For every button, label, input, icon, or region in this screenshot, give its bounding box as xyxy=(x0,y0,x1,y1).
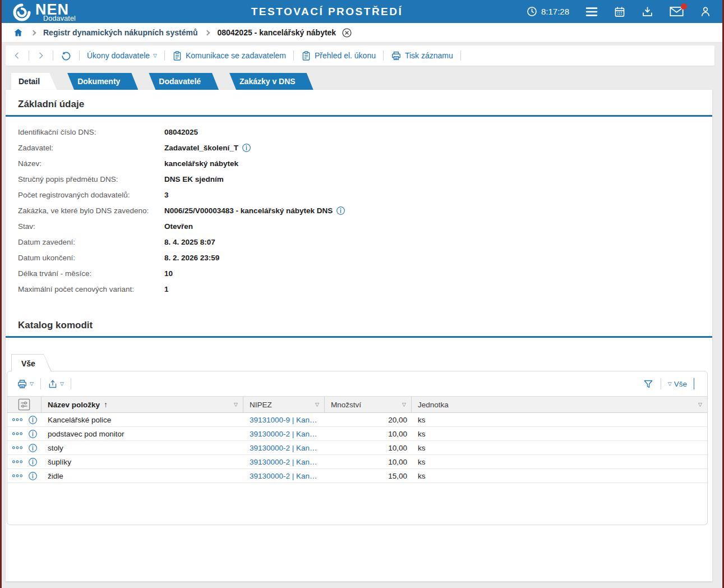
toolbar-divider xyxy=(29,50,29,61)
column-filter-icon[interactable]: ▽ xyxy=(698,402,702,407)
downloads-button[interactable] xyxy=(642,6,653,17)
grid-print-button[interactable]: ▽ xyxy=(15,378,35,391)
refresh-button[interactable] xyxy=(58,49,74,62)
printer-icon xyxy=(391,50,402,61)
column-header-nipez[interactable]: NIPEZ ▽ xyxy=(243,397,325,412)
table-body: Kancelářské police 39131000-9 | Kancel..… xyxy=(7,413,707,483)
field-label: Datum zavedení: xyxy=(18,238,164,246)
info-icon[interactable] xyxy=(28,429,38,439)
field-label: Maximální počet cenových variant: xyxy=(18,285,164,293)
chevron-down-icon: ▽ xyxy=(153,53,157,58)
item-quantity: 10,00 xyxy=(388,430,407,438)
section-title-catalog: Katalog komodit xyxy=(6,311,712,336)
profile-button[interactable] xyxy=(700,6,711,17)
field-value: 8. 2. 2026 23:59 xyxy=(164,254,219,262)
toolbar-divider xyxy=(293,50,294,61)
row-menu-icon[interactable] xyxy=(12,431,23,436)
detail-field-row: Datum zavedení: 8. 4. 2025 8:07 xyxy=(18,234,712,250)
item-quantity: 10,00 xyxy=(388,444,407,452)
item-unit: ks xyxy=(418,430,426,438)
header-actions: 8:17:28 xyxy=(527,0,711,23)
item-quantity: 10,00 xyxy=(388,458,407,466)
messages-button[interactable] xyxy=(670,6,684,17)
nipez-link[interactable]: 39130000-2 | Kancel... xyxy=(250,430,319,438)
info-icon[interactable] xyxy=(28,457,38,467)
tab-detail[interactable]: Detail xyxy=(11,73,57,90)
column-header-name[interactable]: Název položky ↑ ▽ xyxy=(41,397,243,412)
hamburger-icon xyxy=(585,7,598,17)
tab-zakazky-v-dns[interactable]: Zakázky v DNS xyxy=(223,73,313,90)
toolbar-divider xyxy=(661,378,661,389)
field-value: kancelářský nábytek xyxy=(164,159,238,168)
download-tray-icon xyxy=(642,6,653,17)
info-icon[interactable] xyxy=(336,206,345,215)
refresh-icon xyxy=(61,50,72,61)
chevron-down-icon: ▽ xyxy=(668,382,672,387)
toolbar-divider xyxy=(79,50,80,61)
tab-vse[interactable]: Vše xyxy=(12,355,51,372)
nipez-link[interactable]: 39131000-9 | Kancel... xyxy=(250,416,319,424)
app-header: NEN Dodavatel TESTOVACÍ PROSTŘEDÍ 8:17:2… xyxy=(2,0,722,23)
breadcrumb-item-current[interactable]: 08042025 - kancelářský nábytek xyxy=(217,28,336,37)
row-menu-icon[interactable] xyxy=(12,417,23,422)
field-label: Stručný popis předmětu DNS: xyxy=(18,175,164,183)
forward-button[interactable] xyxy=(34,50,48,61)
supplier-actions-menu[interactable]: Úkony dodavatele ▽ xyxy=(85,50,159,61)
field-label: Identifikační číslo DNS: xyxy=(18,128,164,136)
communication-button[interactable]: Komunikace se zadavatelem xyxy=(170,49,288,62)
back-button[interactable] xyxy=(10,50,24,61)
field-label: Zadavatel: xyxy=(18,144,164,152)
breadcrumb-separator xyxy=(205,30,210,35)
tab-dokumenty[interactable]: Dokumenty xyxy=(61,73,138,90)
info-icon[interactable] xyxy=(28,443,38,453)
nipez-link[interactable]: 39130000-2 | Kancel... xyxy=(250,458,319,466)
sort-asc-icon: ↑ xyxy=(104,400,108,409)
print-record-button[interactable]: Tisk záznamu xyxy=(389,49,455,62)
nipez-link[interactable]: 39130000-2 | Kancel... xyxy=(250,472,319,480)
field-value: 1 xyxy=(164,285,169,293)
row-menu-icon[interactable] xyxy=(12,445,23,450)
field-value: Zadavatel_školení_T xyxy=(164,143,251,153)
chevron-down-icon: ▽ xyxy=(30,382,34,387)
column-header-unit[interactable]: Jednotka ▽ xyxy=(412,397,707,412)
grid-filter-button[interactable] xyxy=(641,378,656,391)
grid-view-dropdown[interactable]: ▽ Vše xyxy=(666,379,689,389)
column-filter-icon[interactable]: ▽ xyxy=(234,402,238,407)
session-clock: 8:17:28 xyxy=(527,6,569,17)
breadcrumb-item-registry[interactable]: Registr dynamických nákupních systémů xyxy=(43,28,197,37)
info-icon[interactable] xyxy=(28,471,38,481)
menu-button[interactable] xyxy=(585,7,598,17)
content-panel: Základní údaje Identifikační číslo DNS: … xyxy=(6,90,712,581)
row-menu-icon[interactable] xyxy=(12,474,23,478)
export-icon xyxy=(48,379,58,389)
column-filter-icon[interactable]: ▽ xyxy=(402,402,406,407)
table-row: šuplíky 39130000-2 | Kancel... 10,00 ks xyxy=(7,455,707,469)
field-value: DNS EK sjedním xyxy=(164,175,224,183)
close-tab-icon[interactable] xyxy=(342,27,352,38)
detail-field-row: Identifikační číslo DNS: 08042025 xyxy=(18,124,712,140)
row-menu-icon[interactable] xyxy=(12,460,23,464)
table-header: Název položky ↑ ▽ NIPEZ ▽ Množství ▽ Jed… xyxy=(7,396,707,413)
clipboard-icon xyxy=(301,50,311,61)
field-label: Počet registrovaných dodavatelů: xyxy=(18,191,164,199)
field-value: 10 xyxy=(164,269,173,278)
field-label: Stav: xyxy=(18,222,164,231)
breadcrumb-separator xyxy=(31,30,36,35)
funnel-icon xyxy=(643,379,654,389)
el-action-overview-button[interactable]: Přehled el. úkonu xyxy=(299,49,378,62)
column-header-quantity[interactable]: Množství ▽ xyxy=(325,397,412,412)
column-settings-icon[interactable] xyxy=(18,398,30,411)
info-icon[interactable] xyxy=(28,415,38,425)
grid-export-button[interactable]: ▽ xyxy=(46,378,66,391)
chevron-left-icon xyxy=(12,51,21,60)
home-icon[interactable] xyxy=(13,27,24,38)
nen-logo[interactable]: NEN Dodavatel xyxy=(12,1,69,22)
nipez-link[interactable]: 39130000-2 | Kancel... xyxy=(250,444,319,452)
calendar-button[interactable] xyxy=(614,6,625,17)
commodity-table-card: ▽ ▽ xyxy=(7,371,708,525)
field-value: 8. 4. 2025 8:07 xyxy=(164,238,215,246)
column-filter-icon[interactable]: ▽ xyxy=(315,402,319,407)
detail-field-row: Maximální počet cenových variant: 1 xyxy=(18,281,712,297)
info-icon[interactable] xyxy=(242,143,251,153)
tab-dodavatele[interactable]: Dodavatelé xyxy=(142,73,219,90)
